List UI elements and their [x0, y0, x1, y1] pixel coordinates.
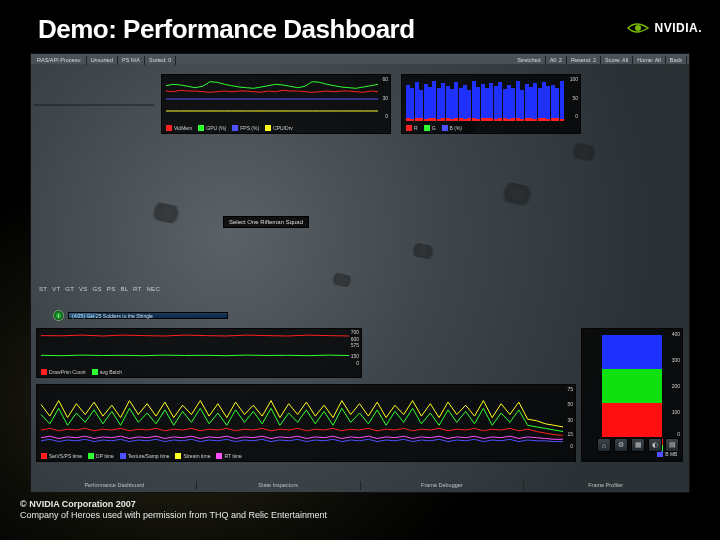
hud-icon[interactable]: ▦: [631, 438, 645, 452]
swatch-icon: [198, 125, 204, 131]
legend-label: B (%): [450, 125, 463, 131]
bar: [546, 119, 550, 121]
legend-item: B (%): [442, 125, 463, 131]
bar: [542, 118, 546, 121]
legend: VidMemGPU (%)FPS (%)CPU/Drv: [166, 125, 293, 131]
legend-label: Stream time: [183, 453, 210, 459]
legend: DrawPrim Countavg Batch: [41, 369, 122, 375]
bar: [489, 118, 493, 121]
bar: [441, 83, 445, 121]
swatch-icon: [216, 453, 222, 459]
bar: [551, 85, 555, 121]
ytick: 400: [672, 331, 680, 337]
ytick: 0: [570, 443, 573, 449]
slide-root: Demo: Performance Dashboard NVIDIA. RAS/…: [0, 0, 720, 540]
topbar-item[interactable]: Stretched: [513, 56, 546, 65]
topbar-item[interactable]: RAS/API Process:: [33, 56, 87, 65]
nvidia-logo: NVIDIA.: [626, 20, 702, 36]
bar: [516, 118, 520, 121]
blue-bar: [602, 335, 662, 369]
legend-label: DP time: [96, 453, 114, 459]
rgb-stack: [602, 335, 662, 437]
perf-panel-drawprim: 700 600 575 150 0 DrawPrim Countavg Batc…: [36, 328, 362, 378]
bar: [410, 88, 414, 121]
stage-tabs[interactable]: ST VT GT VS GS PS BL RT NEC: [39, 286, 160, 292]
ytick: 100: [672, 409, 680, 415]
ytick: 0: [677, 431, 680, 437]
bar: [498, 118, 502, 121]
bar: [498, 82, 502, 121]
bar: [476, 119, 480, 121]
bottom-tab[interactable]: Frame Debugger: [361, 481, 525, 490]
legend-item: R: [406, 125, 418, 131]
topbar-item[interactable]: Back: [666, 56, 687, 65]
bar: [533, 83, 537, 121]
bar: [507, 85, 511, 121]
bar: [546, 86, 550, 121]
legend-item: SetVS/PS time: [41, 453, 82, 459]
swatch-icon: [120, 453, 126, 459]
ytick: 0: [385, 113, 388, 119]
bottom-tab[interactable]: Frame Profiler: [524, 481, 687, 490]
topbar-item[interactable]: Unsorted: [87, 56, 118, 65]
slide-footer: © NVIDIA Corporation 2007 Company of Her…: [20, 499, 327, 522]
bar: [454, 118, 458, 121]
legend-item: Texture/Samp time: [120, 453, 170, 459]
topbar-item[interactable]: All: 2: [546, 56, 567, 65]
perf-panel-timings: 75 50 30 15 0 SetVS/PS timeDP timeTextur…: [36, 384, 576, 462]
ytick: 50: [572, 95, 578, 101]
legend-label: FPS (%): [240, 125, 259, 131]
perf-panel-percent: 100 50 0 RGB (%): [401, 74, 581, 134]
bar: [503, 89, 507, 121]
bar: [463, 119, 467, 121]
game-hud-icons: ⌂ ⚙ ▦ ◐ ▤: [597, 438, 679, 452]
ytick: 0: [575, 113, 578, 119]
swatch-icon: [92, 369, 98, 375]
bar: [529, 87, 533, 121]
legend-label: avg Batch: [100, 369, 122, 375]
topbar-item[interactable]: Sorted: 0: [145, 56, 176, 65]
bar: [520, 119, 524, 121]
bar: [432, 81, 436, 121]
bar: [428, 118, 432, 121]
bar: [555, 118, 559, 121]
objective-badge-icon[interactable]: I: [53, 310, 64, 321]
hud-icon[interactable]: ◐: [648, 438, 662, 452]
svg-point-0: [635, 25, 641, 31]
attribution: Company of Heroes used with permission f…: [20, 510, 327, 522]
legend: SetVS/PS timeDP timeTexture/Samp timeStr…: [41, 453, 242, 459]
topbar-item[interactable]: Home: All: [633, 56, 666, 65]
bar: [516, 81, 520, 121]
bar: [415, 82, 419, 121]
hud-icon[interactable]: ⌂: [597, 438, 611, 452]
bar: [476, 87, 480, 121]
bar: [419, 90, 423, 121]
legend-item: DrawPrim Count: [41, 369, 86, 375]
hud-icon[interactable]: ⚙: [614, 438, 628, 452]
bar: [494, 119, 498, 121]
perf-panel-vidmem: 60 30 0 VidMemGPU (%)FPS (%)CPU/Drv: [161, 74, 391, 134]
topbar-item[interactable]: Resend: 2: [567, 56, 601, 65]
ytick: 100: [570, 76, 578, 82]
legend-item: Stream time: [175, 453, 210, 459]
nvidia-logo-text: NVIDIA.: [654, 21, 702, 35]
bar: [459, 88, 463, 121]
hud-icon[interactable]: ▤: [665, 438, 679, 452]
legend-label: GPU (%): [206, 125, 226, 131]
ytick: 300: [672, 357, 680, 363]
bar: [450, 119, 454, 121]
ytick: 0: [356, 360, 359, 366]
topbar-item[interactable]: Score: All: [601, 56, 633, 65]
bar: [410, 119, 414, 121]
chart-lines: [37, 385, 577, 451]
bottom-tab[interactable]: State Inspectors: [197, 481, 361, 490]
legend-item: GPU (%): [198, 125, 226, 131]
objective-text[interactable]: (4/25) Get 25 Soldiers to the Shingle: [68, 312, 228, 319]
bottom-tab[interactable]: Performance Dashboard: [33, 481, 197, 490]
ytick: 150: [351, 353, 359, 359]
swatch-icon: [265, 125, 271, 131]
topbar-item[interactable]: PS N/A: [118, 56, 145, 65]
bar: [551, 118, 555, 121]
bar: [511, 88, 515, 121]
bar: [507, 119, 511, 121]
